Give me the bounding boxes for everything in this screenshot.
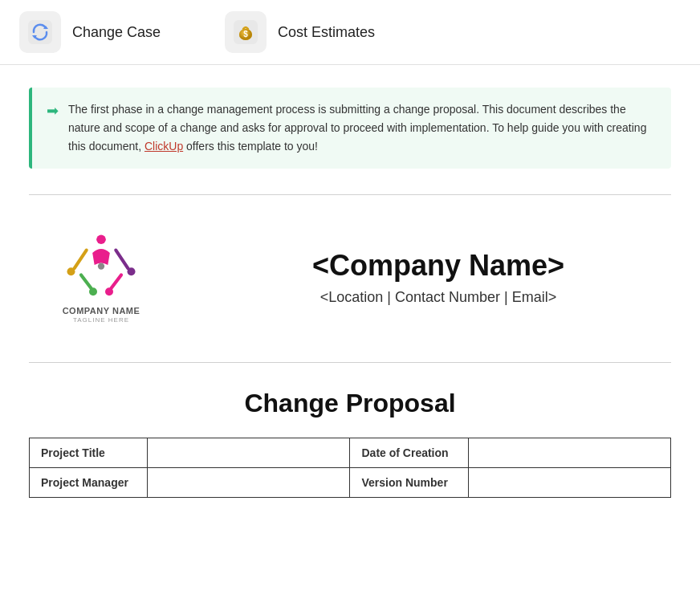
info-text: The first phase in a change management p…: [68, 100, 657, 156]
svg-point-7: [96, 235, 106, 245]
change-case-label: Change Case: [72, 24, 161, 41]
proposal-table: Project Title Date of Creation Project M…: [29, 438, 671, 498]
svg-point-11: [128, 268, 136, 276]
project-manager-value[interactable]: [148, 468, 350, 498]
project-manager-label: Project Manager: [30, 468, 148, 498]
table-row: Project Title Date of Creation: [30, 438, 671, 468]
version-number-value[interactable]: [468, 468, 670, 498]
company-section: COMPANY NAME TAGLINE HERE <Company Name>…: [29, 214, 671, 343]
company-logo-svg: [61, 230, 141, 303]
proposal-section: Change Proposal Project Title Date of Cr…: [29, 382, 671, 498]
toolbar: Change Case $ Cost Estimates: [0, 0, 700, 65]
cost-estimates-label: Cost Estimates: [278, 24, 375, 41]
clickup-link[interactable]: ClickUp: [144, 140, 183, 153]
date-of-creation-value[interactable]: [468, 438, 670, 468]
company-details: <Location | Contact Number | Email>: [206, 289, 671, 306]
cost-estimates-button[interactable]: $ Cost Estimates: [225, 11, 375, 53]
proposal-title: Change Proposal: [29, 389, 671, 418]
tagline-tag: TAGLINE HERE: [73, 316, 129, 324]
info-arrow-icon: ➡: [47, 102, 59, 120]
svg-point-15: [105, 288, 113, 296]
svg-text:$: $: [243, 30, 248, 39]
svg-point-13: [89, 288, 97, 296]
svg-line-10: [116, 251, 128, 269]
divider-2: [29, 362, 671, 363]
company-name-heading: <Company Name>: [206, 249, 671, 283]
company-name-tag: COMPANY NAME: [63, 306, 140, 316]
cost-estimates-icon: $: [225, 11, 267, 53]
divider-1: [29, 194, 671, 195]
change-case-icon: [19, 11, 61, 53]
project-title-label: Project Title: [30, 438, 148, 468]
svg-line-12: [81, 275, 92, 289]
info-block: ➡ The first phase in a change management…: [29, 88, 671, 169]
svg-line-8: [75, 251, 87, 269]
svg-point-16: [98, 263, 104, 270]
main-content: ➡ The first phase in a change management…: [0, 65, 700, 520]
company-logo-area: COMPANY NAME TAGLINE HERE: [29, 230, 173, 324]
company-info: <Company Name> <Location | Contact Numbe…: [206, 249, 671, 306]
version-number-label: Version Number: [350, 468, 468, 498]
change-case-button[interactable]: Change Case: [19, 11, 161, 53]
svg-line-14: [112, 275, 122, 289]
table-row: Project Manager Version Number: [30, 468, 671, 498]
svg-point-9: [67, 268, 75, 276]
project-title-value[interactable]: [148, 438, 350, 468]
date-of-creation-label: Date of Creation: [350, 438, 468, 468]
